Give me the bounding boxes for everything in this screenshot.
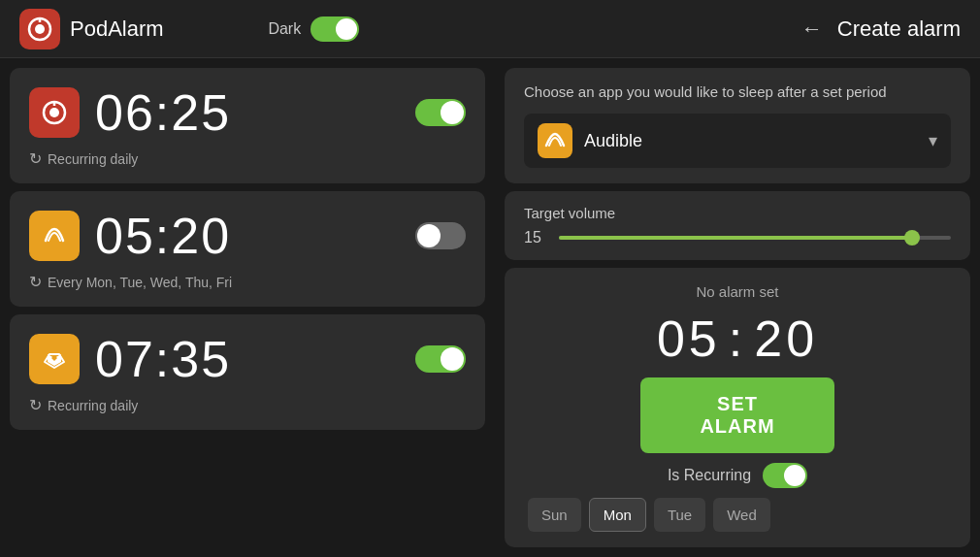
create-alarm-panel: Choose an app you would like to sleep af… [495, 58, 980, 557]
alarm-2-time: 05:20 [95, 207, 400, 265]
recur-icon-2: ↻ [29, 273, 42, 291]
alarm-3-recurrence: ↻ Recurring daily [29, 396, 466, 414]
audible-icon [40, 221, 69, 250]
recurring-toggle[interactable] [763, 463, 807, 488]
alarm-1-recurrence-text: Recurring daily [48, 151, 138, 167]
app-selector-dropdown[interactable]: Audible ▾ [524, 114, 951, 168]
svg-point-4 [49, 108, 59, 117]
alarm-2-recurrence-text: Every Mon, Tue, Wed, Thu, Fri [48, 275, 232, 290]
recur-icon-3: ↻ [29, 396, 42, 414]
app-logo-icon [19, 9, 60, 49]
app-title: PodAlarm [70, 16, 164, 42]
dark-mode-toggle[interactable] [310, 16, 359, 42]
alarm-hours: 05 [657, 310, 721, 368]
alarm-card-3[interactable]: 07:35 ↻ Recurring daily [10, 314, 485, 430]
day-btn-wed[interactable]: Wed [713, 498, 770, 532]
sleep-app-title: Choose an app you would like to sleep af… [524, 83, 951, 100]
alarm-3-toggle[interactable] [415, 345, 466, 373]
alarm-minutes: 20 [754, 310, 818, 368]
set-alarm-button[interactable]: SET ALARM [640, 377, 834, 453]
volume-row: 15 [524, 229, 951, 246]
alarm-card-2[interactable]: 05:20 ↻ Every Mon, Tue, Wed, Thu, Fri [10, 191, 485, 307]
main-content: 06:25 ↻ Recurring daily 05:20 [0, 58, 980, 557]
volume-card: Target volume 15 [505, 191, 970, 260]
header: PodAlarm Dark ← Create alarm [0, 0, 980, 58]
alarm-1-recurrence: ↻ Recurring daily [29, 149, 466, 168]
alarm-card-1[interactable]: 06:25 ↻ Recurring daily [10, 68, 485, 183]
volume-title: Target volume [524, 205, 951, 221]
alarm-card-2-top: 05:20 [29, 207, 466, 265]
sleep-app-card: Choose an app you would like to sleep af… [505, 68, 970, 183]
volume-slider[interactable] [559, 236, 951, 240]
alarm-3-app-icon [29, 334, 80, 384]
logo-svg [26, 16, 53, 43]
alarm-1-toggle[interactable] [415, 99, 466, 126]
alarm-3-recurrence-text: Recurring daily [48, 398, 138, 413]
header-right: ← Create alarm [801, 16, 961, 42]
dropdown-arrow-icon: ▾ [929, 130, 937, 151]
dark-mode-label: Dark [268, 20, 301, 38]
app-selector-icon [538, 123, 572, 158]
time-colon: : [729, 310, 746, 368]
alarm-set-card: No alarm set 05 : 20 SET ALARM Is Recurr… [505, 268, 970, 547]
recurring-label: Is Recurring [668, 467, 751, 484]
alarm-1-app-icon [29, 87, 80, 138]
app-selector-name: Audible [584, 131, 917, 151]
dark-mode-toggle-section: Dark [268, 16, 359, 42]
volume-value: 15 [524, 229, 547, 246]
back-arrow-icon[interactable]: ← [801, 16, 823, 42]
app-logo: PodAlarm [19, 9, 164, 49]
day-btn-sun[interactable]: Sun [528, 498, 581, 532]
alarm-2-app-icon [29, 211, 80, 261]
alarm-1-time: 06:25 [95, 83, 400, 142]
audible-selector-icon [543, 129, 567, 152]
day-btn-mon[interactable]: Mon [589, 498, 646, 532]
alarm-list: 06:25 ↻ Recurring daily 05:20 [0, 58, 495, 557]
alarm-2-toggle[interactable] [415, 222, 466, 249]
podcast-icon [40, 98, 69, 127]
alarm-display-time: 05 : 20 [657, 310, 818, 368]
alarm-card-1-top: 06:25 [29, 83, 466, 142]
days-row: SunMonTueWed [528, 498, 770, 532]
page-title: Create alarm [837, 16, 961, 42]
svg-point-1 [35, 24, 45, 34]
no-alarm-text: No alarm set [696, 283, 778, 300]
pocket-icon [40, 344, 69, 374]
recurring-row: Is Recurring [668, 463, 807, 488]
volume-fill [559, 236, 912, 240]
alarm-card-3-top: 07:35 [29, 330, 466, 388]
recur-icon-1: ↻ [29, 149, 42, 168]
alarm-2-recurrence: ↻ Every Mon, Tue, Wed, Thu, Fri [29, 273, 466, 291]
day-btn-tue[interactable]: Tue [654, 498, 705, 532]
alarm-3-time: 07:35 [95, 330, 400, 388]
